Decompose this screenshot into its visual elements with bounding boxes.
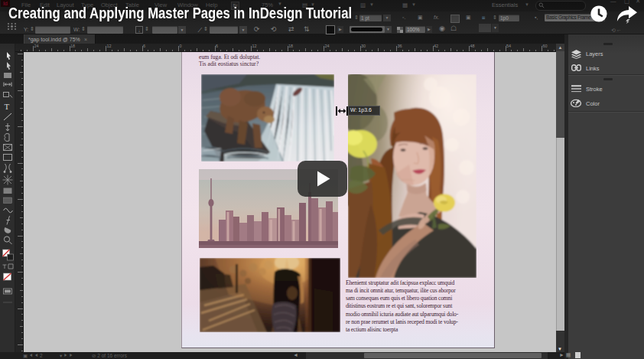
svg-text:T: T (5, 102, 10, 111)
